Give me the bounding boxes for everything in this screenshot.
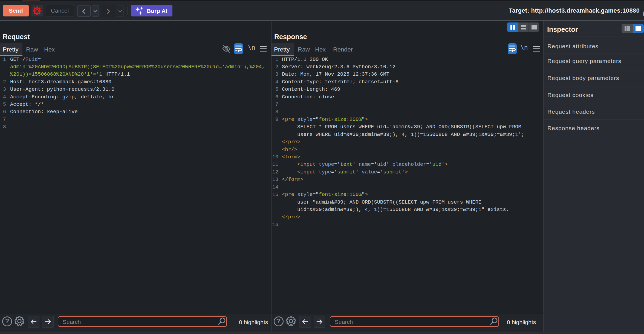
- svg-text:?: ?: [277, 317, 281, 325]
- svg-text:?: ?: [5, 317, 9, 325]
